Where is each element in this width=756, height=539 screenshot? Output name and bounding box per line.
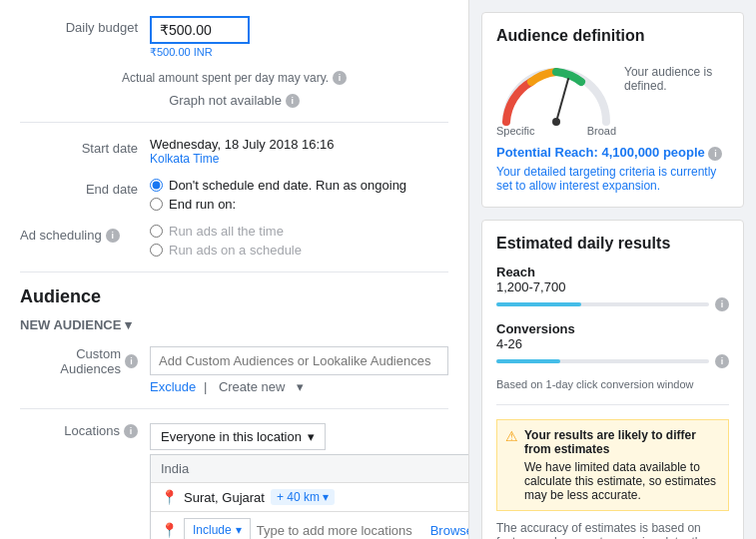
graph-info-icon[interactable]: i xyxy=(286,94,300,108)
locations-info-icon[interactable]: i xyxy=(124,424,138,438)
budget-input[interactable] xyxy=(150,16,250,44)
new-audience-button[interactable]: NEW AUDIENCE ▾ xyxy=(20,317,132,332)
dropdown-arrow-icon: ▾ xyxy=(125,317,132,332)
targeting-note: Your detailed targeting criteria is curr… xyxy=(496,165,729,193)
end-date-ongoing[interactable]: Don't schedule end date. Run as ongoing xyxy=(150,178,448,193)
conversions-result: Conversions 4-26 i xyxy=(496,321,729,368)
svg-point-1 xyxy=(552,118,560,126)
location-footer: 📍 Include ▾ Browse xyxy=(151,511,469,539)
reach-info-icon[interactable]: i xyxy=(715,297,729,311)
location-km-badge: + 40 km ▾ xyxy=(271,489,335,505)
accuracy-note: The accuracy of estimates is based on fa… xyxy=(496,521,729,539)
km-dropdown-icon[interactable]: ▾ xyxy=(323,490,329,504)
ad-scheduling-label: Ad scheduling i xyxy=(20,224,150,243)
location-city-row: 📍 Surat, Gujarat + 40 km ▾ xyxy=(151,483,469,511)
budget-info-icon[interactable]: i xyxy=(333,71,347,85)
budget-note-text: Actual amount spent per day may vary. xyxy=(122,71,329,85)
browse-button[interactable]: Browse xyxy=(430,523,469,538)
location-country: India xyxy=(151,455,469,483)
reach-result: Reach 1,200-7,700 i xyxy=(496,265,729,311)
potential-reach: Potential Reach: 4,100,000 people i xyxy=(496,145,729,161)
start-date-label: Start date xyxy=(20,137,150,156)
daily-budget-label: Daily budget xyxy=(20,16,150,35)
start-date-sub: Kolkata Time xyxy=(150,152,448,166)
estimated-results-card: Estimated daily results Reach 1,200-7,70… xyxy=(481,220,744,539)
location-city: Surat, Gujarat xyxy=(184,490,265,505)
audience-defined-text: Your audience is defined. xyxy=(624,57,729,93)
start-date-value: Wednesday, 18 July 2018 16:16 xyxy=(150,137,448,152)
budget-subtitle: ₹500.00 INR xyxy=(150,46,448,59)
end-date-custom[interactable]: End run on: xyxy=(150,197,448,212)
svg-line-0 xyxy=(556,79,568,122)
audience-definition-card: Audience definition xyxy=(481,12,744,208)
location-dropdown-arrow-icon: ▾ xyxy=(308,429,315,444)
warning-detail: We have limited data available to calcul… xyxy=(524,460,720,502)
conversions-info-icon[interactable]: i xyxy=(715,354,729,368)
locations-label: Locations i xyxy=(20,423,150,438)
scheduling-info-icon[interactable]: i xyxy=(106,229,120,243)
end-date-label: End date xyxy=(20,178,150,197)
everyone-location-dropdown[interactable]: Everyone in this location ▾ xyxy=(150,423,326,450)
conversion-note: Based on 1-day click conversion window xyxy=(496,378,729,390)
exclude-link[interactable]: Exclude xyxy=(150,379,196,394)
warning-icon: ⚠ xyxy=(505,428,518,444)
custom-audiences-input[interactable] xyxy=(150,346,448,375)
include-button[interactable]: Include ▾ xyxy=(184,518,251,539)
custom-audiences-label: Custom Audiences i xyxy=(20,346,150,376)
custom-audiences-info-icon[interactable]: i xyxy=(125,354,138,368)
location-pin-icon: 📍 xyxy=(161,489,178,505)
audience-header: Audience xyxy=(20,286,448,307)
reach-bar xyxy=(496,302,581,306)
estimated-title: Estimated daily results xyxy=(496,235,729,253)
broad-label: Broad xyxy=(587,125,616,137)
warning-title: Your results are likely to differ from e… xyxy=(524,428,720,456)
location-footer-pin-icon: 📍 xyxy=(161,522,178,538)
conversions-bar xyxy=(496,359,560,363)
audience-def-title: Audience definition xyxy=(496,27,729,45)
warning-box: ⚠ Your results are likely to differ from… xyxy=(496,419,729,511)
create-new-link[interactable]: Create new ▾ xyxy=(215,379,308,394)
scheduling-custom[interactable]: Run ads on a schedule xyxy=(150,243,448,258)
scheduling-always[interactable]: Run ads all the time xyxy=(150,224,448,239)
type-location-input[interactable] xyxy=(257,523,424,538)
create-new-arrow-icon: ▾ xyxy=(297,379,304,394)
potential-reach-info-icon[interactable]: i xyxy=(708,147,722,161)
graph-note-text: Graph not available xyxy=(169,93,282,108)
specific-label: Specific xyxy=(496,125,535,137)
audience-gauge-svg xyxy=(496,57,616,127)
include-dropdown-icon: ▾ xyxy=(236,523,242,537)
